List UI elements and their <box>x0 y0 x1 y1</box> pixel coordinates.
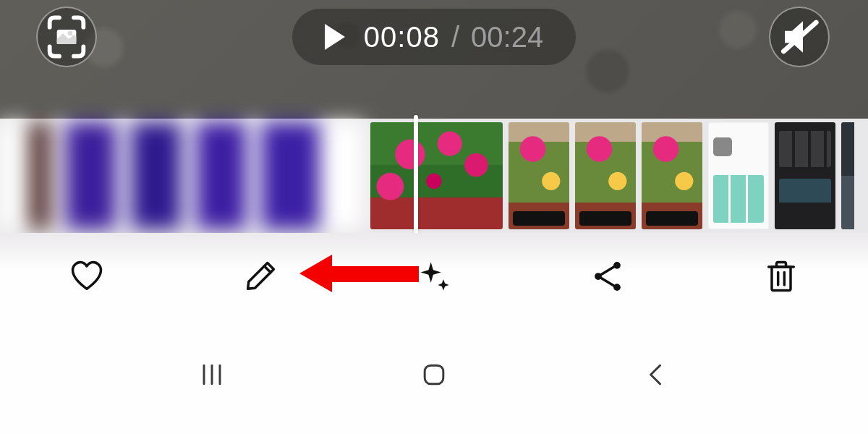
recents-icon <box>196 359 228 391</box>
favorite-button[interactable] <box>68 258 106 295</box>
heart-icon <box>68 258 106 295</box>
nav-back-button[interactable] <box>634 353 678 396</box>
svg-line-7 <box>601 267 614 275</box>
svg-rect-14 <box>425 365 443 384</box>
playback-duration: 00:24 <box>471 21 543 54</box>
pencil-icon <box>242 258 279 295</box>
svg-line-3 <box>264 266 271 273</box>
mute-button[interactable] <box>769 7 830 67</box>
svg-point-1 <box>68 31 73 36</box>
play-icon <box>325 24 345 50</box>
thumb-item[interactable] <box>575 122 636 229</box>
nav-recents-button[interactable] <box>190 353 234 396</box>
capture-frame-button[interactable] <box>36 7 97 67</box>
action-bar <box>0 233 868 320</box>
annotation-arrow <box>299 255 419 292</box>
system-navigation-bar <box>0 320 868 434</box>
effects-button[interactable] <box>415 258 453 295</box>
thumb-item[interactable] <box>370 122 503 229</box>
thumb-item[interactable] <box>708 122 769 229</box>
thumb-item[interactable] <box>642 122 702 229</box>
capture-frame-icon <box>38 8 95 66</box>
thumb-current-video[interactable] <box>0 122 363 229</box>
thumb-item[interactable] <box>775 122 835 229</box>
thumb-item[interactable] <box>841 122 854 229</box>
svg-line-8 <box>601 278 614 286</box>
sparkles-icon <box>415 258 453 295</box>
thumb-item[interactable] <box>509 122 569 229</box>
share-icon <box>589 258 626 295</box>
nav-home-button[interactable] <box>412 353 456 396</box>
share-button[interactable] <box>589 258 626 295</box>
back-icon <box>640 359 672 391</box>
filmstrip[interactable] <box>0 119 868 233</box>
home-icon <box>418 359 450 391</box>
delete-button[interactable] <box>762 258 800 295</box>
mute-icon <box>770 8 828 66</box>
playback-separator: / <box>451 21 459 54</box>
playback-control[interactable]: 00:08 / 00:24 <box>292 9 576 65</box>
edit-button[interactable] <box>242 258 279 295</box>
video-preview: 00:08 / 00:24 <box>0 0 868 119</box>
trash-icon <box>762 258 800 295</box>
playback-current-time: 00:08 <box>364 21 440 54</box>
